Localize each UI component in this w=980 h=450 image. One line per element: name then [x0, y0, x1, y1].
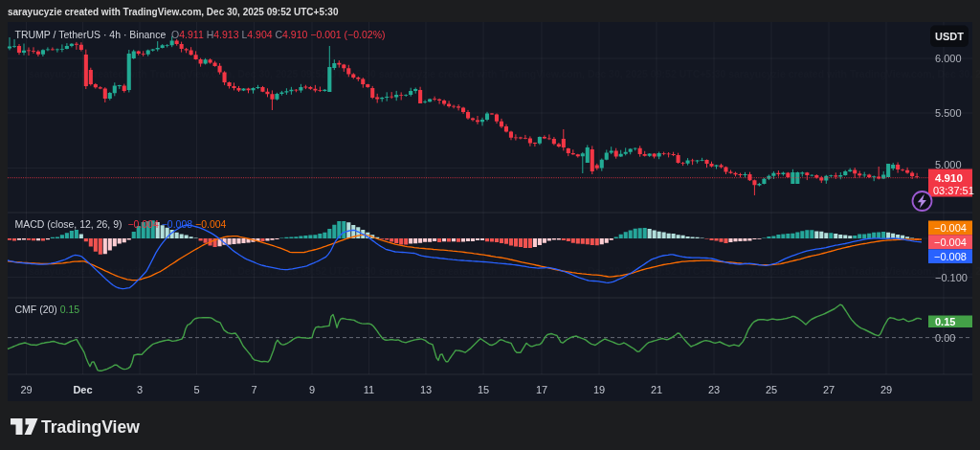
svg-text:27: 27: [823, 384, 835, 395]
svg-text:15: 15: [478, 384, 489, 395]
svg-text:29: 29: [20, 384, 32, 395]
svg-text:TRUMP / TetherUS · 4h · Binanc: TRUMP / TetherUS · 4h · Binance O4.911 H…: [15, 29, 386, 40]
svg-text:sarayucyzie created with Tradi: sarayucyzie created with TradingView.com…: [8, 7, 339, 17]
svg-text:TradingView: TradingView: [41, 417, 140, 437]
svg-text:13: 13: [420, 384, 432, 395]
svg-text:3: 3: [137, 384, 143, 395]
svg-text:7: 7: [251, 384, 256, 395]
svg-text:0.00: 0.00: [935, 332, 955, 344]
svg-text:4.910: 4.910: [935, 172, 963, 184]
svg-text:−0.004: −0.004: [934, 222, 967, 234]
svg-text:MACD (close, 12, 26, 9) −0.00: MACD (close, 12, 26, 9) −0.004 −0.008 −0…: [15, 218, 227, 230]
svg-text:0.15: 0.15: [935, 316, 955, 327]
svg-text:sarayucyzie created with Tradi: sarayucyzie created with TradingView.com…: [29, 265, 980, 277]
svg-text:−0.008: −0.008: [934, 251, 967, 262]
svg-text:19: 19: [593, 384, 605, 395]
svg-text:Dec: Dec: [73, 384, 92, 395]
svg-text:25: 25: [766, 384, 777, 395]
svg-text:23: 23: [708, 384, 720, 395]
svg-text:6.000: 6.000: [935, 53, 962, 64]
svg-text:29: 29: [880, 384, 892, 395]
svg-text:5.500: 5.500: [935, 107, 962, 119]
svg-text:5: 5: [193, 384, 199, 395]
svg-text:5.000: 5.000: [935, 159, 962, 170]
svg-text:−0.100: −0.100: [935, 272, 968, 283]
svg-text:17: 17: [536, 384, 547, 395]
svg-text:21: 21: [651, 384, 662, 395]
svg-text:−0.004: −0.004: [934, 236, 967, 248]
svg-text:sarayucyzie created with Tradi: sarayucyzie created with TradingView.com…: [29, 68, 980, 79]
svg-text:9: 9: [309, 384, 315, 395]
svg-text:CMF (20) 0.15: CMF (20) 0.15: [15, 304, 80, 315]
svg-text:11: 11: [364, 384, 374, 395]
svg-text:03:37:51: 03:37:51: [933, 185, 974, 196]
svg-text:USDT: USDT: [935, 31, 964, 42]
